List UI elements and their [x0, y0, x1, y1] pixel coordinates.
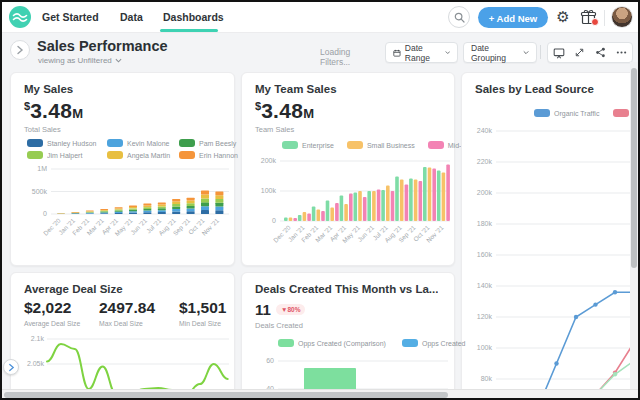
team-sales-chart[interactable]: 200k100k0Dec '20Jan '21Feb '21Mar '21Apr…	[248, 153, 452, 271]
legend-item[interactable]: Organic Traffic	[534, 109, 599, 117]
share-icon	[594, 46, 607, 59]
legend-item[interactable]: Angela Martin	[107, 151, 179, 159]
svg-text:2.1k: 2.1k	[31, 335, 45, 342]
legend-label: Organic Traffic	[554, 110, 599, 117]
team-sales-legend: EnterpriseSmall BusinessMid-Market	[282, 141, 483, 149]
horizontal-scrollbar[interactable]	[2, 389, 638, 398]
wave-logo-icon	[9, 6, 31, 28]
notification-badge	[591, 18, 599, 26]
vertical-scrollbar[interactable]	[630, 62, 638, 389]
card-title: Deals Created This Month vs La...	[255, 283, 438, 295]
stat-average: $2,022 Average Deal Size	[24, 299, 80, 327]
svg-text:0: 0	[272, 217, 276, 224]
add-new-button[interactable]: + Add New	[478, 7, 548, 28]
deals-legend: Opps Created (Comparison)Opps Created	[278, 339, 466, 347]
app-window: Get Started Data Dashboards + Add New ⚙	[0, 0, 640, 400]
date-range-button[interactable]: Date Range	[385, 42, 458, 63]
legend-item[interactable]: Enterprise	[282, 141, 334, 149]
caret-down-icon	[115, 58, 122, 63]
legend-item[interactable]: Stanley Hudson	[27, 139, 107, 147]
stat-value: 2497.84	[99, 299, 155, 317]
card-my-sales: My Sales $3.48M Total Sales Stanley Huds…	[10, 72, 235, 266]
more-icon	[615, 46, 628, 59]
date-grouping-label: Date Grouping	[471, 43, 519, 63]
svg-text:240k: 240k	[477, 127, 493, 134]
kpi-label: Team Sales	[255, 125, 294, 134]
present-icon	[552, 46, 566, 60]
legend-label: Small Business	[367, 142, 415, 149]
legend-item[interactable]: Erin Hannon	[179, 151, 237, 159]
user-avatar[interactable]	[611, 6, 633, 28]
svg-text:200k: 200k	[477, 189, 493, 196]
page-title: Sales Performance	[37, 38, 168, 54]
legend-swatch	[107, 151, 123, 159]
legend-item[interactable]: Pam Beesly	[179, 139, 237, 147]
nav-item-data[interactable]: Data	[120, 2, 143, 32]
stat-min: $1,501 Min Deal Size	[179, 299, 226, 327]
legend-swatch	[27, 151, 43, 159]
kpi-label: Deals Created	[255, 321, 303, 330]
header-divider	[540, 45, 541, 59]
legend-swatch	[402, 339, 418, 347]
kpi-value: $3.48M	[24, 99, 83, 123]
legend-item[interactable]: Jim Halpert	[27, 151, 107, 159]
top-navbar: Get Started Data Dashboards + Add New ⚙	[2, 2, 638, 33]
legend-item[interactable]: Opps Created	[402, 339, 466, 347]
search-icon	[453, 11, 466, 24]
legend-swatch	[179, 139, 195, 147]
more-button[interactable]	[614, 45, 630, 61]
legend-swatch	[613, 109, 629, 117]
legend-label: Enterprise	[302, 142, 334, 149]
svg-text:0: 0	[43, 210, 47, 217]
delta-badge: ▼80%	[276, 304, 305, 315]
legend-swatch	[347, 141, 363, 149]
legend-label: Pam Beesly	[199, 140, 236, 147]
nav-divider	[604, 10, 605, 26]
legend-item[interactable]: Small Business	[347, 141, 415, 149]
horizontal-scrollbar-thumb[interactable]	[4, 392, 448, 398]
svg-text:140k: 140k	[477, 282, 493, 289]
card-team-sales: My Team Sales $3.48M Team Sales Enterpri…	[241, 72, 455, 266]
card-avg-deal: Average Deal Size $2,022 Average Deal Si…	[10, 272, 235, 400]
my-sales-chart[interactable]: 1M500k0Dec '20Jan '21Feb '21Mar '21Apr '…	[17, 161, 232, 271]
legend-item[interactable]: Kevin Malone	[107, 139, 179, 147]
nav-item-get-started[interactable]: Get Started	[42, 2, 99, 32]
chevron-right-icon	[8, 363, 15, 372]
kpi-label: Total Sales	[24, 125, 61, 134]
lead-source-chart[interactable]: 240k220k200k180k160k140k120k100k80k	[464, 119, 640, 400]
settings-gear-icon[interactable]: ⚙	[553, 6, 573, 28]
legend-label: Jim Halpert	[47, 152, 82, 159]
svg-text:Jun '21: Jun '21	[129, 216, 149, 236]
svg-text:60: 60	[266, 357, 274, 364]
stat-label: Min Deal Size	[179, 320, 226, 327]
lead-source-legend: Organic TrafficSocial	[534, 109, 640, 117]
caret-down-icon	[523, 50, 529, 55]
expand-button[interactable]	[572, 45, 588, 61]
card-title: Average Deal Size	[24, 283, 123, 295]
svg-text:1M: 1M	[37, 165, 47, 172]
present-button[interactable]	[551, 45, 567, 61]
stat-value: $2,022	[24, 299, 80, 317]
calendar-icon	[393, 48, 401, 58]
brand-logo[interactable]	[9, 6, 31, 28]
expand-icon	[573, 46, 586, 59]
legend-swatch	[278, 339, 294, 347]
card-lead-source: Sales by Lead Source Organic TrafficSoci…	[461, 72, 640, 400]
date-range-label: Date Range	[405, 43, 441, 63]
date-grouping-button[interactable]: Date Grouping	[463, 42, 537, 63]
svg-text:100k: 100k	[261, 187, 277, 194]
stat-value: $1,501	[179, 299, 226, 317]
legend-label: Angela Martin	[127, 152, 170, 159]
vertical-scrollbar-thumb[interactable]	[631, 68, 637, 268]
carousel-next-button[interactable]	[3, 359, 19, 375]
search-button[interactable]	[448, 6, 470, 28]
svg-text:160k: 160k	[477, 251, 493, 258]
viewing-as-selector[interactable]: viewing as Unfiltered	[38, 56, 122, 65]
legend-swatch	[107, 139, 123, 147]
nav-item-dashboards[interactable]: Dashboards	[163, 2, 224, 32]
share-button[interactable]	[593, 45, 609, 61]
collapse-panel-button[interactable]	[10, 40, 30, 60]
legend-item[interactable]: Opps Created (Comparison)	[278, 339, 386, 347]
dashboard-toolbar	[547, 42, 633, 63]
legend-label: Opps Created	[422, 340, 466, 347]
